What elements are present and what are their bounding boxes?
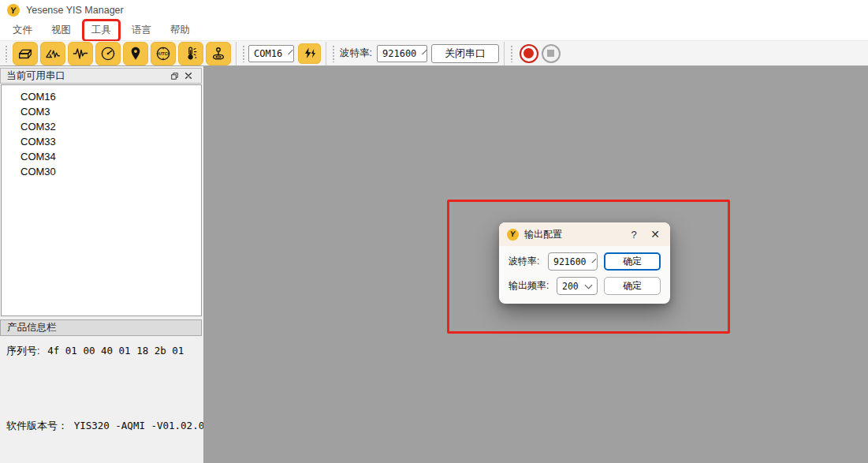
com-port-value: COM16 [254, 48, 282, 59]
stop-button[interactable] [542, 44, 561, 63]
cube-3d-button[interactable] [13, 42, 38, 65]
dialog-close-button[interactable]: ✕ [643, 228, 667, 241]
dialog-baud-select[interactable]: 921600 [548, 252, 598, 271]
output-config-dialog: Y 输出配置 ? ✕ 波特率: 921600 确定 输出频率: 200 确定 [499, 222, 670, 304]
toolbar-drag-handle[interactable] [332, 45, 335, 62]
toolbar: UTC COM16 波特率: 921600 [0, 41, 868, 66]
chevron-down-icon [591, 259, 596, 263]
output-rate-row: 输出频率: 200 确定 [509, 277, 661, 295]
close-panel-button[interactable] [181, 69, 196, 82]
app-logo-icon: Y [7, 4, 20, 17]
com-port-select[interactable]: COM16 [248, 45, 294, 62]
close-serial-port-button[interactable]: 关闭串口 [431, 44, 499, 63]
available-ports-list: COM16 COM3 COM32 COM33 COM34 COM30 [1, 84, 202, 316]
toolbar-separator [504, 42, 505, 65]
dialog-output-rate-label: 输出频率: [509, 279, 549, 293]
baud-rate-row: 波特率: 921600 确定 [509, 252, 661, 271]
serial-port-dock: 当前可用串口 COM16 COM3 COM32 COM33 COM34 COM3… [0, 66, 203, 463]
serial-number-line: 序列号: 4f 01 00 40 01 18 2b 01 [6, 344, 184, 358]
svg-text:UTC: UTC [158, 51, 167, 56]
serial-number-value: 4f 01 00 40 01 18 2b 01 [47, 345, 184, 357]
utc-clock-icon: UTC [155, 45, 172, 62]
dialog-baud-value: 921600 [553, 256, 587, 267]
float-panel-button[interactable] [167, 69, 181, 82]
lightning-refresh-icon [303, 47, 317, 61]
dialog-title-bar: Y 输出配置 ? ✕ [499, 222, 670, 246]
attitude-angle-icon [44, 45, 61, 62]
toolbar-drag-handle[interactable] [5, 45, 8, 62]
location-pin-icon [127, 45, 144, 62]
menu-language[interactable]: 语言 [122, 20, 161, 41]
refresh-ports-button[interactable] [298, 43, 321, 64]
serial-number-label: 序列号: [6, 345, 40, 357]
toolbar-drag-handle[interactable] [242, 45, 245, 62]
window-title: Yesense YIS Manager [26, 5, 124, 16]
dialog-baud-label: 波特率: [509, 255, 539, 268]
port-list-item[interactable]: COM3 [2, 104, 201, 119]
software-version-line: 软件版本号： YIS320 -AQMI -V01.02.03; [6, 419, 216, 433]
dialog-app-logo-icon: Y [507, 229, 519, 241]
chevron-down-icon [423, 50, 427, 54]
gauge-icon [99, 45, 117, 62]
stop-icon [547, 50, 554, 57]
software-version-label: 软件版本号： [6, 420, 68, 431]
menu-view[interactable]: 视图 [42, 20, 80, 41]
port-list-item[interactable]: COM16 [2, 89, 201, 104]
temperature-icon [182, 45, 199, 62]
chevron-down-icon [584, 282, 592, 289]
toolbar-drag-handle[interactable] [510, 45, 513, 62]
attitude-angle-button[interactable] [40, 42, 65, 65]
close-icon [184, 72, 192, 80]
product-info-header: 产品信息栏 [0, 319, 202, 336]
confirm-output-rate-button[interactable]: 确定 [604, 277, 661, 295]
record-icon [523, 48, 534, 58]
gauge-button[interactable] [95, 42, 121, 65]
port-list-item[interactable]: COM34 [2, 149, 201, 164]
toolbar-separator [326, 42, 326, 65]
temperature-button[interactable] [178, 42, 203, 65]
title-bar: Y Yesense YIS Manager [0, 0, 868, 21]
dialog-title: 输出配置 [524, 228, 562, 241]
utc-clock-button[interactable]: UTC [151, 42, 176, 65]
dialog-help-button[interactable]: ? [624, 229, 643, 241]
baud-rate-select[interactable]: 921600 [377, 45, 427, 62]
confirm-baud-button[interactable]: 确定 [604, 252, 661, 271]
location-pin-button[interactable] [123, 42, 148, 65]
chevron-down-icon [288, 50, 292, 54]
tools-menu-annotation: 工具 [82, 19, 121, 42]
cube-3d-icon [17, 45, 34, 62]
dock-title: 当前可用串口 [6, 69, 65, 83]
product-info-title: 产品信息栏 [7, 321, 57, 334]
menu-bar: 文件 视图 工具 语言 帮助 [0, 21, 868, 41]
toolbar-separator [236, 42, 237, 65]
menu-help[interactable]: 帮助 [161, 20, 199, 41]
menu-tools[interactable]: 工具 [84, 21, 118, 39]
dialog-output-rate-value: 200 [562, 281, 579, 292]
baud-rate-label: 波特率: [340, 47, 372, 60]
port-list-item[interactable]: COM32 [2, 119, 201, 134]
waveform-icon [72, 45, 89, 62]
dialog-output-rate-select[interactable]: 200 [557, 277, 598, 295]
waveform-button[interactable] [68, 42, 93, 65]
magnetic-pin-icon [210, 45, 227, 62]
float-window-icon [170, 72, 179, 80]
port-list-item[interactable]: COM30 [2, 164, 201, 179]
menu-file[interactable]: 文件 [3, 20, 42, 41]
record-button[interactable] [520, 44, 538, 63]
baud-rate-value: 921600 [382, 48, 416, 59]
port-list-item[interactable]: COM33 [2, 134, 201, 149]
software-version-value: YIS320 -AQMI -V01.02.03; [74, 420, 217, 431]
magnetic-pin-button[interactable] [206, 42, 231, 65]
dock-header: 当前可用串口 [0, 68, 202, 84]
